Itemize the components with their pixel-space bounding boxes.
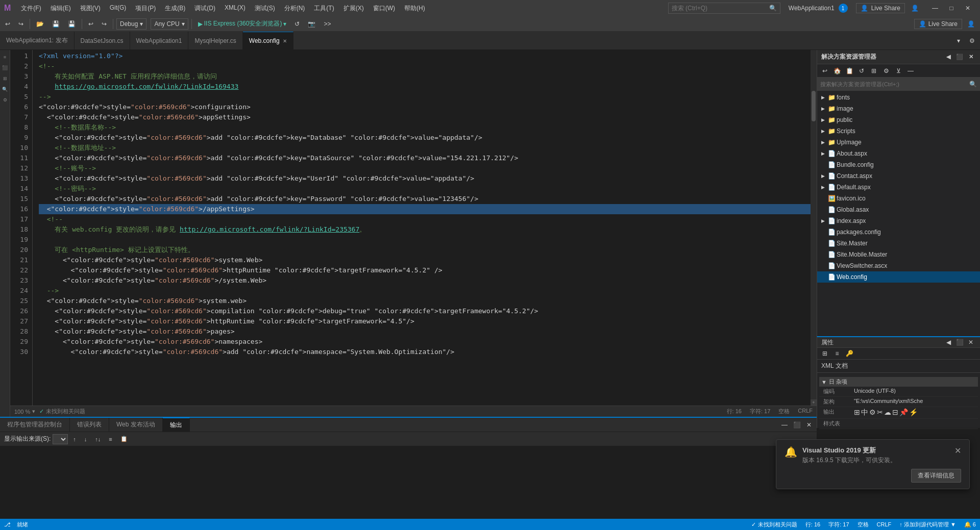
bottom-pin-button[interactable]: — [779, 419, 790, 431]
live-share-toolbar-button[interactable]: 👤 Live Share [914, 19, 962, 29]
props-undock-button[interactable]: ⬛ [954, 337, 965, 347]
maximize-button[interactable]: □ [943, 0, 960, 16]
output-icon-6[interactable]: ⊟ [892, 408, 898, 417]
menu-git[interactable]: Git(G) [106, 2, 131, 15]
menu-view[interactable]: 视图(V) [76, 2, 105, 15]
props-section-header[interactable]: ▼ 日 杂项 [819, 377, 978, 387]
global-search-box[interactable]: 🔍 [668, 3, 780, 14]
sol-home-button[interactable]: 🏠 [831, 65, 843, 77]
output-btn-5[interactable]: 📋 [117, 435, 131, 443]
save-all-button[interactable]: 💾 [65, 19, 79, 29]
tree-item-about-aspx[interactable]: ▶ 📄 About.aspx [817, 148, 980, 159]
zoom-control[interactable]: 100 % ▾ [14, 408, 35, 415]
tree-item-fonts[interactable]: ▶ 📁 fonts [817, 92, 980, 103]
tab-datasetjson[interactable]: DataSetJson.cs [75, 32, 130, 49]
sol-toggle-button[interactable]: ⊞ [868, 65, 879, 77]
tab-close-icon[interactable]: ✕ [283, 38, 287, 44]
sol-refresh-button[interactable]: ↺ [856, 65, 867, 77]
props-pin-button[interactable]: ◀ [943, 337, 953, 347]
tab-list-button[interactable]: ▾ [952, 35, 965, 47]
notification-badge[interactable]: 1 [839, 4, 848, 13]
output-icon-5[interactable]: ☁ [884, 408, 891, 417]
tree-item-web-config[interactable]: 📄 Web.config [817, 271, 980, 283]
debug-config-dropdown[interactable]: Debug ▾ [116, 18, 146, 30]
output-btn-4[interactable]: ≡ [106, 435, 115, 443]
props-category-button[interactable]: ≡ [831, 348, 843, 359]
save-button[interactable]: 💾 [49, 19, 63, 29]
tab-webapplication[interactable]: WebApplication1 [130, 32, 189, 49]
output-btn-1[interactable]: ↑ [70, 435, 79, 443]
notification-close-button[interactable]: ✕ [954, 446, 961, 456]
global-search-input[interactable] [672, 5, 769, 12]
props-property-button[interactable]: 🔑 [844, 348, 855, 359]
activity-icon-5[interactable]: ⚙ [0, 95, 10, 105]
btab-package-manager[interactable]: 程序包管理器控制台 [0, 418, 70, 432]
undo-button[interactable]: ↩ [85, 19, 96, 29]
activity-icon-1[interactable]: ≡ [0, 52, 10, 62]
btab-web-publish[interactable]: Web 发布活动 [109, 418, 163, 432]
activity-icon-3[interactable]: ⊞ [0, 73, 10, 84]
output-btn-3[interactable]: ↑↓ [92, 435, 104, 443]
status-char[interactable]: 字符: 17 [828, 521, 849, 528]
tree-item-upimage[interactable]: ▶ 📁 UpImage [817, 137, 980, 148]
btab-output[interactable]: 输出 [163, 418, 190, 432]
editor-content[interactable]: 1234567891011121314151617181920212223242… [10, 50, 817, 406]
menu-xml[interactable]: XML(X) [220, 2, 250, 15]
tree-item-global-asax[interactable]: 📄 Global.asax [817, 204, 980, 215]
sol-git-button[interactable]: ⊻ [893, 65, 904, 77]
add-line-button[interactable]: + [811, 399, 817, 406]
status-crlf[interactable]: CRLF [877, 521, 892, 527]
status-space[interactable]: 空格 [857, 521, 869, 528]
minimize-button[interactable]: — [927, 0, 943, 16]
tree-item-viewswitcher-ascx[interactable]: 📄 ViewSwitcher.ascx [817, 260, 980, 271]
sol-more-button[interactable]: — [905, 65, 916, 77]
status-notifications[interactable]: 🔔 6 [964, 521, 976, 528]
menu-debug[interactable]: 调试(D) [190, 2, 219, 15]
output-icon-3[interactable]: ⚙ [869, 408, 876, 417]
sol-pin-button[interactable]: ◀ [943, 52, 953, 62]
notification-details-button[interactable]: 查看详细信息 [911, 469, 961, 483]
menu-help[interactable]: 帮助(H) [400, 2, 429, 15]
tree-item-image[interactable]: ▶ 📁 image [817, 103, 980, 114]
menu-analyze[interactable]: 分析(N) [280, 2, 309, 15]
solution-search-bar[interactable]: 🔍 [817, 78, 980, 91]
tree-item-public[interactable]: ▶ 📁 public [817, 114, 980, 125]
sol-settings-button[interactable]: ⚙ [880, 65, 892, 77]
more-button[interactable]: >> [321, 19, 334, 29]
menu-window[interactable]: 窗口(W) [369, 2, 399, 15]
menu-extensions[interactable]: 扩展(X) [339, 2, 368, 15]
close-button[interactable]: ✕ [960, 0, 976, 16]
code-editor[interactable]: <?xml version="1.0"?><!-- 有关如何配置 ASP.NET… [33, 50, 811, 406]
output-btn-2[interactable]: ↓ [81, 435, 90, 443]
tree-item-contact-aspx[interactable]: ▶ 📄 Contact.aspx [817, 170, 980, 182]
status-line[interactable]: 行: 16 [805, 521, 820, 528]
menu-edit[interactable]: 编辑(E) [46, 2, 75, 15]
menu-test[interactable]: 测试(S) [251, 2, 279, 15]
output-icon-4[interactable]: ✂ [877, 408, 883, 417]
tree-item-favicon-ico[interactable]: 🖼️ favicon.ico [817, 193, 980, 204]
bottom-undock-button[interactable]: ⬛ [791, 419, 802, 431]
undo-back-button[interactable]: ↩ [2, 19, 13, 29]
props-close-button[interactable]: ✕ [966, 337, 976, 347]
sol-collapse-button[interactable]: 📋 [844, 65, 855, 77]
tab-settings-button[interactable]: ⚙ [966, 35, 978, 47]
live-share-button[interactable]: 👤 Live Share [856, 3, 905, 13]
camera-button[interactable]: 📷 [305, 19, 318, 29]
status-source-control[interactable]: ↑ 添加到源代码管理 ▼ [899, 521, 956, 528]
btab-errors[interactable]: 错误列表 [70, 418, 109, 432]
menu-build[interactable]: 生成(B) [161, 2, 189, 15]
activity-icon-2[interactable]: ⬛ [0, 63, 10, 73]
output-icon-2[interactable]: 中 [861, 408, 868, 417]
redo-button[interactable]: ↪ [99, 19, 110, 29]
refresh-button[interactable]: ↺ [291, 19, 303, 29]
tree-item-scripts[interactable]: ▶ 📁 Scripts [817, 125, 980, 137]
redo-forward-button[interactable]: ↪ [15, 19, 27, 29]
tab-webconfig[interactable]: Web.config ✕ [243, 32, 293, 49]
tree-item-site-mobile-master[interactable]: 📄 Site.Mobile.Master [817, 249, 980, 260]
menu-file[interactable]: 文件(F) [17, 2, 45, 15]
sol-sync-button[interactable]: ↩ [819, 65, 830, 77]
source-dropdown[interactable] [53, 434, 68, 444]
open-button[interactable]: 📂 [33, 19, 47, 29]
activity-icon-4[interactable]: 🔍 [0, 84, 10, 94]
tree-item-bundle-config[interactable]: 📄 Bundle.config [817, 159, 980, 170]
